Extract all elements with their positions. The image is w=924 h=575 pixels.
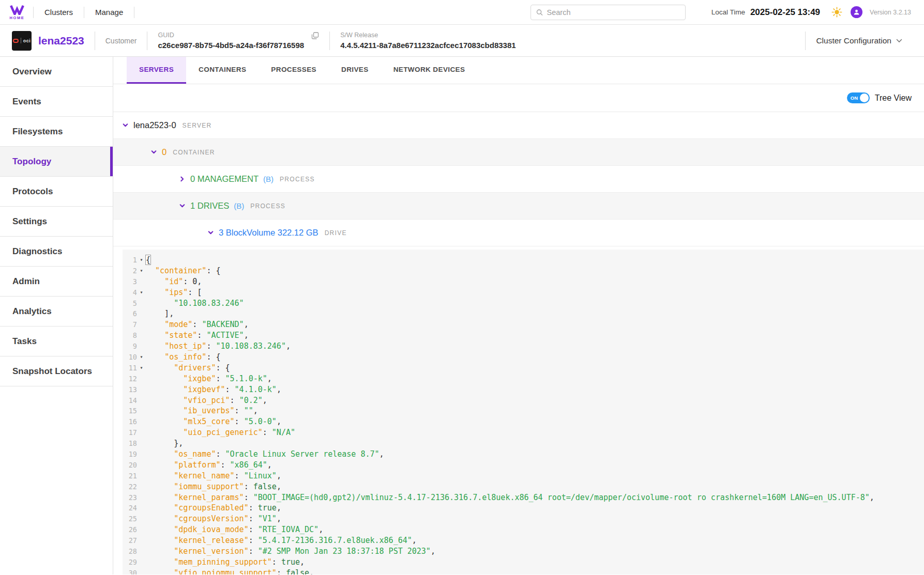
search-input[interactable] xyxy=(547,8,680,17)
line-number: 2 xyxy=(123,266,137,276)
line-number: 24 xyxy=(123,503,137,514)
fold-arrow-icon[interactable]: ▾ xyxy=(137,287,146,298)
line-number: 27 xyxy=(123,535,137,546)
line-number: 30 xyxy=(123,568,137,574)
tree-node-badge: (B) xyxy=(234,201,244,210)
line-number: 22 xyxy=(123,481,137,492)
fold-arrow-icon[interactable]: ▾ xyxy=(137,255,146,266)
code-line-content: "iommu_support": false, xyxy=(146,481,281,492)
fold-arrow-icon xyxy=(137,471,146,481)
code-line: 13 "ixgbevf": "4.1.0-k", xyxy=(123,384,924,395)
code-line: 2 ▾ "container": { xyxy=(123,266,924,276)
sidebar-item-overview[interactable]: Overview xyxy=(0,57,113,87)
tab-drives[interactable]: DRIVES xyxy=(329,57,381,84)
copy-icon[interactable] xyxy=(311,32,319,40)
search-box[interactable] xyxy=(531,5,686,20)
sidebar-item-label: Protocols xyxy=(12,187,53,197)
tree-row[interactable]: lena2523-0 SERVER xyxy=(113,112,924,139)
tree-row[interactable]: 3 BlockVolume 322.12 GB DRIVE xyxy=(113,220,924,246)
tree-node-type: CONTAINER xyxy=(173,149,215,156)
tree-row[interactable]: 0 MANAGEMENT (B) PROCESS xyxy=(113,166,924,193)
line-number: 25 xyxy=(123,514,137,524)
tree-view-toggle[interactable]: ON xyxy=(847,92,870,103)
tab-label: DRIVES xyxy=(341,66,369,73)
code-line: 24 "cgroupsEnabled": true, xyxy=(123,503,924,514)
code-line-content: "mem_pinning_support": true, xyxy=(146,557,305,568)
nav-item-manage[interactable]: Manage xyxy=(84,8,134,17)
tab-network-devices[interactable]: NETWORK DEVICES xyxy=(381,57,478,84)
tree-row[interactable]: 0 CONTAINER xyxy=(113,139,924,166)
code-line: 19 "os_name": "Oracle Linux Server relea… xyxy=(123,449,924,460)
code-line: 21 "kernel_name": "Linux", xyxy=(123,471,924,481)
sidebar-item-topology[interactable]: Topology xyxy=(0,147,113,177)
line-number: 3 xyxy=(123,276,137,287)
tab-label: NETWORK DEVICES xyxy=(393,66,465,73)
user-avatar[interactable] xyxy=(851,6,862,18)
sidebar-item-label: Admin xyxy=(12,276,40,287)
code-line-content: "dpdk_iova_mode": "RTE_IOVA_DC", xyxy=(146,524,323,535)
sidebar-item-diagnostics[interactable]: Diagnostics xyxy=(0,237,113,267)
fold-arrow-icon xyxy=(137,395,146,406)
sidebar-item-analytics[interactable]: Analytics xyxy=(0,297,113,327)
fold-arrow-icon xyxy=(137,514,146,524)
json-code-viewer: 1 ▾ { 2 ▾ "container": { 3 "id": 0, 4 ▾ … xyxy=(123,250,924,574)
tree-node-type: SERVER xyxy=(183,122,212,129)
divider xyxy=(21,38,21,43)
sidebar: Overview Events Filesystems Topology Pro… xyxy=(0,57,113,574)
tab-bar: SERVERS CONTAINERS PROCESSES DRIVES NETW… xyxy=(113,57,924,84)
line-number: 16 xyxy=(123,416,137,427)
sidebar-item-admin[interactable]: Admin xyxy=(0,267,113,297)
chevron-down-icon[interactable] xyxy=(150,149,157,156)
sidebar-item-tasks[interactable]: Tasks xyxy=(0,327,113,356)
tree-node-name: 0 MANAGEMENT xyxy=(190,174,259,184)
user-icon xyxy=(853,9,860,15)
chevron-down-icon[interactable] xyxy=(207,229,214,236)
cluster-configuration-menu[interactable]: Cluster Configuration xyxy=(816,36,902,45)
tree-node-name: 1 DRIVES xyxy=(190,201,229,211)
chevron-right-icon[interactable] xyxy=(179,176,186,182)
line-number: 11 xyxy=(123,363,137,374)
sidebar-item-events[interactable]: Events xyxy=(0,87,113,117)
code-line-content: "id": 0, xyxy=(146,276,202,287)
chevron-down-icon[interactable] xyxy=(179,203,186,209)
fold-arrow-icon xyxy=(137,438,146,449)
sidebar-item-snapshot-locators[interactable]: Snapshot Locators xyxy=(0,356,113,386)
local-time-label: Local Time xyxy=(711,8,745,16)
code-line: 23 "kernel_params": "BOOT_IMAGE=(hd0,gpt… xyxy=(123,492,924,503)
guid-value: c26ce987-8b75-4bd5-a24a-f36f78716598 xyxy=(158,41,304,50)
toggle-knob xyxy=(860,94,869,102)
line-number: 12 xyxy=(123,374,137,384)
code-line: 16 "mlx5_core": "5.0-0", xyxy=(123,416,924,427)
guid-label: GUID xyxy=(158,32,304,39)
tab-containers[interactable]: CONTAINERS xyxy=(186,57,259,84)
tab-servers[interactable]: SERVERS xyxy=(127,57,186,84)
line-number: 19 xyxy=(123,449,137,460)
nav-item-clusters[interactable]: Clusters xyxy=(34,8,84,17)
fold-arrow-icon[interactable]: ▾ xyxy=(137,363,146,374)
tab-processes[interactable]: PROCESSES xyxy=(259,57,329,84)
code-line: 14 "vfio_pci": "0.2", xyxy=(123,395,924,406)
sidebar-item-protocols[interactable]: Protocols xyxy=(0,177,113,207)
app-window: HOME Clusters Manage Local Time 2025-02-… xyxy=(0,0,924,575)
code-line-content: "os_info": { xyxy=(146,352,221,363)
sidebar-item-filesystems[interactable]: Filesystems xyxy=(0,117,113,147)
version-label: Version 3.2.13 xyxy=(870,9,911,16)
tree-row[interactable]: 1 DRIVES (B) PROCESS xyxy=(113,193,924,220)
fold-arrow-icon[interactable]: ▾ xyxy=(137,266,146,276)
sidebar-item-settings[interactable]: Settings xyxy=(0,207,113,237)
home-logo[interactable]: HOME xyxy=(9,5,25,20)
code-line: 30 "vfio_noiommu_support": false, xyxy=(123,568,924,574)
local-time-value: 2025-02-25 13:49 xyxy=(750,7,820,18)
fold-arrow-icon[interactable]: ▾ xyxy=(137,352,146,363)
tree-node-type: DRIVE xyxy=(325,229,347,237)
line-number: 17 xyxy=(123,427,137,438)
tree-node-name: lena2523-0 xyxy=(133,120,176,130)
topbar-right-group: Local Time 2025-02-25 13:49 xyxy=(711,6,911,18)
fold-arrow-icon xyxy=(137,568,146,574)
chevron-down-icon[interactable] xyxy=(122,122,129,129)
fold-arrow-icon xyxy=(137,374,146,384)
theme-sun-icon[interactable] xyxy=(831,7,842,18)
code-line-content: ], xyxy=(146,308,174,319)
tab-label: PROCESSES xyxy=(271,66,316,73)
line-number: 28 xyxy=(123,546,137,557)
